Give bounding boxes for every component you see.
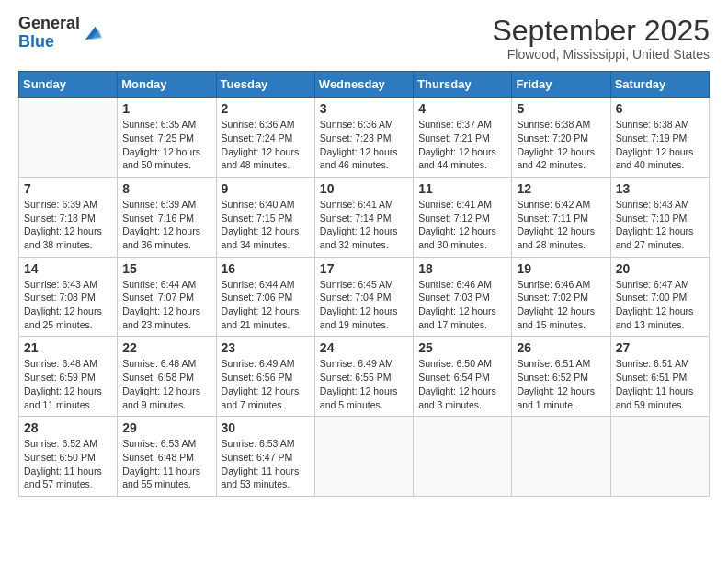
day-info: Sunrise: 6:50 AMSunset: 6:54 PMDaylight:… (418, 357, 506, 411)
logo: General Blue (18, 15, 102, 52)
day-info: Sunrise: 6:41 AMSunset: 7:14 PMDaylight:… (320, 198, 408, 252)
day-info: Sunrise: 6:45 AMSunset: 7:04 PMDaylight:… (320, 278, 408, 332)
column-header-friday: Friday (512, 72, 610, 98)
day-number: 27 (616, 340, 704, 355)
calendar-cell: 18Sunrise: 6:46 AMSunset: 7:03 PMDayligh… (414, 257, 512, 337)
calendar-cell (314, 417, 413, 497)
day-info: Sunrise: 6:51 AMSunset: 6:52 PMDaylight:… (517, 357, 605, 411)
logo-text: General Blue (18, 15, 80, 52)
column-header-monday: Monday (118, 72, 216, 98)
calendar-cell (19, 98, 118, 178)
day-info: Sunrise: 6:36 AMSunset: 7:23 PMDaylight:… (320, 118, 408, 172)
calendar-table: SundayMondayTuesdayWednesdayThursdayFrid… (18, 71, 710, 497)
day-number: 30 (222, 420, 310, 435)
day-number: 2 (222, 101, 310, 116)
calendar-cell: 1Sunrise: 6:35 AMSunset: 7:25 PMDaylight… (118, 98, 216, 178)
calendar-cell: 7Sunrise: 6:39 AMSunset: 7:18 PMDaylight… (19, 177, 118, 257)
calendar-cell: 24Sunrise: 6:49 AMSunset: 6:55 PMDayligh… (314, 337, 413, 417)
day-number: 28 (24, 420, 112, 435)
day-number: 13 (616, 181, 704, 196)
day-number: 23 (222, 340, 310, 355)
day-number: 22 (122, 340, 210, 355)
calendar-cell: 17Sunrise: 6:45 AMSunset: 7:04 PMDayligh… (314, 257, 413, 337)
day-info: Sunrise: 6:41 AMSunset: 7:12 PMDaylight:… (418, 198, 506, 252)
calendar-cell: 27Sunrise: 6:51 AMSunset: 6:51 PMDayligh… (610, 337, 709, 417)
day-number: 3 (320, 101, 408, 116)
calendar-cell: 14Sunrise: 6:43 AMSunset: 7:08 PMDayligh… (19, 257, 118, 337)
day-number: 12 (517, 181, 605, 196)
column-header-sunday: Sunday (19, 72, 118, 98)
day-info: Sunrise: 6:39 AMSunset: 7:16 PMDaylight:… (122, 198, 210, 252)
day-info: Sunrise: 6:53 AMSunset: 6:47 PMDaylight:… (222, 437, 310, 491)
day-info: Sunrise: 6:44 AMSunset: 7:06 PMDaylight:… (222, 278, 310, 332)
calendar-cell: 13Sunrise: 6:43 AMSunset: 7:10 PMDayligh… (610, 177, 709, 257)
calendar-week-row: 28Sunrise: 6:52 AMSunset: 6:50 PMDayligh… (19, 417, 710, 497)
day-number: 16 (222, 261, 310, 276)
day-number: 4 (418, 101, 506, 116)
page-header: General Blue September 2025 Flowood, Mis… (18, 15, 710, 62)
day-number: 6 (616, 101, 704, 116)
calendar-week-row: 1Sunrise: 6:35 AMSunset: 7:25 PMDaylight… (19, 98, 710, 178)
day-number: 20 (616, 261, 704, 276)
calendar-cell: 26Sunrise: 6:51 AMSunset: 6:52 PMDayligh… (512, 337, 610, 417)
calendar-cell: 3Sunrise: 6:36 AMSunset: 7:23 PMDaylight… (314, 98, 413, 178)
day-info: Sunrise: 6:53 AMSunset: 6:48 PMDaylight:… (122, 437, 210, 491)
calendar-cell: 21Sunrise: 6:48 AMSunset: 6:59 PMDayligh… (19, 337, 118, 417)
day-number: 1 (122, 101, 210, 116)
calendar-cell: 5Sunrise: 6:38 AMSunset: 7:20 PMDaylight… (512, 98, 610, 178)
calendar-cell: 25Sunrise: 6:50 AMSunset: 6:54 PMDayligh… (414, 337, 512, 417)
day-number: 11 (418, 181, 506, 196)
calendar-cell (610, 417, 709, 497)
calendar-week-row: 7Sunrise: 6:39 AMSunset: 7:18 PMDaylight… (19, 177, 710, 257)
day-number: 21 (24, 340, 112, 355)
day-number: 26 (517, 340, 605, 355)
calendar-cell: 8Sunrise: 6:39 AMSunset: 7:16 PMDaylight… (118, 177, 216, 257)
calendar-cell: 15Sunrise: 6:44 AMSunset: 7:07 PMDayligh… (118, 257, 216, 337)
calendar-cell: 19Sunrise: 6:46 AMSunset: 7:02 PMDayligh… (512, 257, 610, 337)
day-number: 17 (320, 261, 408, 276)
column-header-tuesday: Tuesday (216, 72, 314, 98)
day-info: Sunrise: 6:39 AMSunset: 7:18 PMDaylight:… (24, 198, 112, 252)
day-number: 18 (418, 261, 506, 276)
column-header-saturday: Saturday (610, 72, 709, 98)
day-number: 19 (517, 261, 605, 276)
day-info: Sunrise: 6:46 AMSunset: 7:02 PMDaylight:… (517, 278, 605, 332)
day-number: 25 (418, 340, 506, 355)
calendar-cell: 12Sunrise: 6:42 AMSunset: 7:11 PMDayligh… (512, 177, 610, 257)
day-info: Sunrise: 6:42 AMSunset: 7:11 PMDaylight:… (517, 198, 605, 252)
day-info: Sunrise: 6:43 AMSunset: 7:08 PMDaylight:… (24, 278, 112, 332)
day-number: 9 (222, 181, 310, 196)
calendar-week-row: 14Sunrise: 6:43 AMSunset: 7:08 PMDayligh… (19, 257, 710, 337)
day-number: 8 (122, 181, 210, 196)
day-number: 29 (122, 420, 210, 435)
calendar-cell: 6Sunrise: 6:38 AMSunset: 7:19 PMDaylight… (610, 98, 709, 178)
day-number: 5 (517, 101, 605, 116)
logo-icon (82, 23, 102, 43)
calendar-cell: 16Sunrise: 6:44 AMSunset: 7:06 PMDayligh… (216, 257, 314, 337)
day-info: Sunrise: 6:51 AMSunset: 6:51 PMDaylight:… (616, 357, 704, 411)
day-number: 24 (320, 340, 408, 355)
day-info: Sunrise: 6:36 AMSunset: 7:24 PMDaylight:… (222, 118, 310, 172)
calendar-cell: 20Sunrise: 6:47 AMSunset: 7:00 PMDayligh… (610, 257, 709, 337)
calendar-cell: 30Sunrise: 6:53 AMSunset: 6:47 PMDayligh… (216, 417, 314, 497)
day-number: 15 (122, 261, 210, 276)
calendar-cell: 28Sunrise: 6:52 AMSunset: 6:50 PMDayligh… (19, 417, 118, 497)
day-number: 7 (24, 181, 112, 196)
calendar-cell (414, 417, 512, 497)
day-info: Sunrise: 6:35 AMSunset: 7:25 PMDaylight:… (122, 118, 210, 172)
month-title: September 2025 (492, 15, 710, 47)
day-info: Sunrise: 6:38 AMSunset: 7:20 PMDaylight:… (517, 118, 605, 172)
day-info: Sunrise: 6:44 AMSunset: 7:07 PMDaylight:… (122, 278, 210, 332)
day-info: Sunrise: 6:49 AMSunset: 6:55 PMDaylight:… (320, 357, 408, 411)
title-area: September 2025 Flowood, Mississippi, Uni… (492, 15, 710, 62)
day-info: Sunrise: 6:38 AMSunset: 7:19 PMDaylight:… (616, 118, 704, 172)
calendar-cell: 9Sunrise: 6:40 AMSunset: 7:15 PMDaylight… (216, 177, 314, 257)
calendar-cell: 11Sunrise: 6:41 AMSunset: 7:12 PMDayligh… (414, 177, 512, 257)
calendar-cell: 23Sunrise: 6:49 AMSunset: 6:56 PMDayligh… (216, 337, 314, 417)
calendar-week-row: 21Sunrise: 6:48 AMSunset: 6:59 PMDayligh… (19, 337, 710, 417)
calendar-cell (512, 417, 610, 497)
day-number: 14 (24, 261, 112, 276)
location: Flowood, Mississippi, United States (492, 47, 710, 62)
day-info: Sunrise: 6:49 AMSunset: 6:56 PMDaylight:… (222, 357, 310, 411)
day-info: Sunrise: 6:43 AMSunset: 7:10 PMDaylight:… (616, 198, 704, 252)
